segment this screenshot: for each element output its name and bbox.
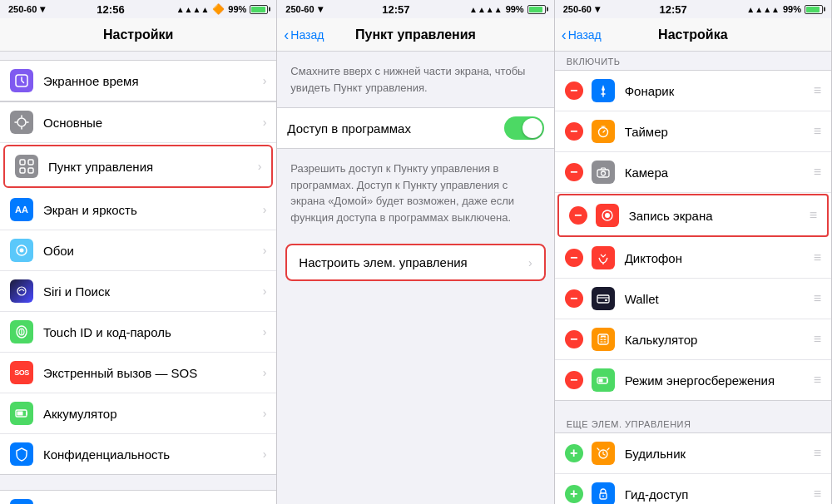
access-note-text: Разрешить доступ к Пункту управления в п…: [290, 161, 540, 225]
remove-calculator-btn[interactable]: −: [565, 330, 583, 348]
active-item-wallet[interactable]: − Wallet ≡: [555, 279, 831, 319]
time-3: 12:57: [660, 3, 687, 16]
camera-icon: [592, 161, 615, 184]
more-item-guided-access[interactable]: + Гид-доступ ≡: [555, 474, 831, 504]
settings-panel: 250-60 ▾ 12:56 ▲▲▲▲ 🔶 99% Настройки Экра…: [0, 0, 277, 504]
svg-rect-2: [20, 160, 25, 165]
guided-access-label: Гид-доступ: [625, 487, 807, 502]
active-items-group: − Фонарик ≡ − Таймер ≡ −: [555, 70, 831, 401]
privacy-chevron: ›: [263, 447, 267, 461]
add-alarm-btn[interactable]: +: [565, 444, 583, 462]
remove-timer-btn[interactable]: −: [565, 122, 583, 141]
access-toggle-item[interactable]: Доступ в программах: [277, 108, 553, 148]
settings-item-siri[interactable]: Siri и Поиск ›: [0, 271, 276, 312]
back-arrow-3: ‹: [562, 27, 567, 42]
access-toggle[interactable]: [504, 116, 544, 140]
active-item-screen-record[interactable]: − Запись экрана ≡: [557, 194, 829, 237]
remove-camera-btn[interactable]: −: [565, 163, 583, 181]
add-guided-access-btn[interactable]: +: [565, 485, 583, 503]
low-power-label: Режим энергосбережения: [625, 373, 807, 388]
status-left-1: 250-60 ▾: [8, 3, 45, 15]
active-item-camera[interactable]: − Камера ≡: [555, 152, 831, 193]
svg-point-1: [17, 118, 26, 126]
signal-icon-3: ▲▲▲▲: [746, 5, 780, 14]
settings-item-general[interactable]: Основные ›: [0, 102, 276, 143]
privacy-icon: [10, 442, 33, 466]
nav-bar-1: Настройки: [0, 18, 276, 52]
settings-item-privacy[interactable]: Конфиденциальность ›: [0, 434, 276, 474]
battery-chevron: ›: [263, 407, 267, 420]
svg-rect-27: [601, 336, 606, 338]
battery-icon-3: [805, 5, 823, 14]
svg-rect-29: [598, 379, 602, 383]
status-left-2: 250-60 ▾: [285, 3, 322, 15]
back-button-3[interactable]: ‹ Назад: [562, 27, 602, 42]
control-center-label: Пункт управления: [48, 160, 258, 174]
time-1: 12:56: [97, 3, 124, 16]
timer-label: Таймер: [625, 125, 807, 139]
settings-item-sos[interactable]: SOS Экстренный вызов — SOS ›: [0, 353, 276, 393]
active-item-flashlight[interactable]: − Фонарик ≡: [555, 71, 831, 111]
battery-3: 99%: [783, 4, 801, 14]
svg-point-32: [602, 496, 604, 497]
more-item-alarm[interactable]: + Будильник ≡: [555, 433, 831, 474]
sos-icon: SOS: [10, 361, 33, 384]
nav-bar-2: ‹ Назад Пункт управления: [277, 18, 553, 52]
settings-item-itunes[interactable]: A iTunes Store и App Store ›: [0, 491, 276, 504]
wifi-icon-r1: 🔶: [212, 3, 225, 15]
active-item-low-power[interactable]: − Режим энергосбережения ≡: [555, 360, 831, 400]
active-item-voice-memo[interactable]: − Диктофон ≡: [555, 238, 831, 279]
svg-point-7: [20, 249, 24, 253]
svg-point-20: [601, 171, 605, 175]
screen-time-label: Экранное время: [43, 74, 263, 88]
active-item-timer[interactable]: − Таймер ≡: [555, 111, 831, 152]
siri-chevron: ›: [263, 284, 267, 298]
signal-icon-2: ▲▲▲▲: [469, 5, 503, 14]
battery-item-icon: [10, 402, 33, 425]
status-bar-2: 250-60 ▾ 12:57 ▲▲▲▲ 99%: [277, 0, 553, 18]
active-item-calculator[interactable]: − Калькулятор ≡: [555, 319, 831, 360]
guided-access-drag: ≡: [814, 487, 821, 502]
touchid-icon: [10, 320, 33, 343]
remove-voice-memo-btn[interactable]: −: [565, 249, 583, 267]
remove-wallet-btn[interactable]: −: [565, 289, 583, 308]
settings-item-wallpaper[interactable]: Обои ›: [0, 230, 276, 271]
battery-fill-2: [529, 7, 542, 12]
signal-icon-1: ▲▲▲▲: [176, 5, 210, 14]
voice-memo-label: Диктофон: [625, 251, 807, 265]
remove-screen-record-btn[interactable]: −: [569, 206, 587, 225]
battery-1: 99%: [228, 4, 246, 14]
control-center-panel: 250-60 ▾ 12:57 ▲▲▲▲ 99% ‹ Назад Пункт уп…: [277, 0, 554, 504]
touchid-label: Touch ID и код-пароль: [43, 325, 263, 339]
control-center-icon: [15, 155, 38, 178]
privacy-label: Конфиденциальность: [43, 447, 263, 462]
section-include-header: ВКЛЮЧИТЬ: [555, 52, 831, 70]
voice-memo-icon: [592, 246, 615, 269]
camera-label: Камера: [625, 166, 807, 180]
siri-label: Siri и Поиск: [43, 284, 263, 299]
back-button-2[interactable]: ‹ Назад: [284, 27, 324, 42]
settings-item-touchid[interactable]: Touch ID и код-пароль ›: [0, 312, 276, 353]
configure-chevron: ›: [528, 256, 532, 269]
control-center-chevron: ›: [258, 160, 262, 173]
wallpaper-icon: [10, 239, 33, 262]
settings-item-screen-time[interactable]: Экранное время ›: [0, 61, 276, 101]
section-more-header: ЕЩЕ ЭЛЕМ. УПРАВЛЕНИЯ: [555, 414, 831, 432]
back-arrow-2: ‹: [284, 27, 289, 42]
configure-label: Настроить элем. управления: [299, 255, 528, 269]
settings-item-battery[interactable]: Аккумулятор ›: [0, 393, 276, 434]
back-label-2: Назад: [290, 28, 324, 42]
toggle-thumb: [522, 118, 542, 138]
wifi-icon-2: ▾: [318, 3, 323, 15]
status-bar-1: 250-60 ▾ 12:56 ▲▲▲▲ 🔶 99%: [0, 0, 276, 18]
settings-item-display[interactable]: AA Экран и яркость ›: [0, 190, 276, 230]
remove-low-power-btn[interactable]: −: [565, 371, 583, 389]
battery-icon-1: [250, 5, 268, 14]
remove-flashlight-btn[interactable]: −: [565, 82, 583, 100]
configure-button[interactable]: Настроить элем. управления ›: [285, 244, 545, 281]
access-group: Доступ в программах: [277, 107, 553, 149]
screen-time-icon: [10, 69, 33, 92]
status-bar-3: 250-60 ▾ 12:57 ▲▲▲▲ 99%: [555, 0, 831, 18]
alarm-label: Будильник: [625, 447, 807, 461]
settings-item-control-center[interactable]: Пункт управления ›: [3, 145, 273, 188]
